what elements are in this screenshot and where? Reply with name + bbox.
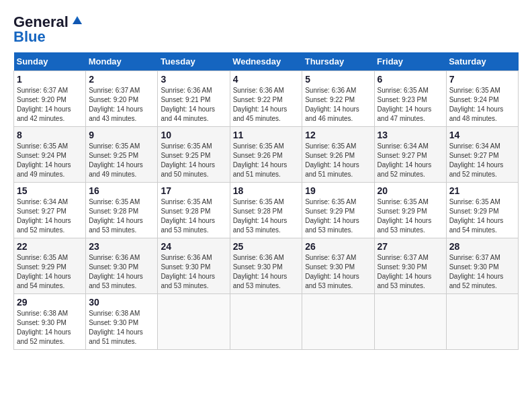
day-number: 9	[89, 130, 154, 140]
day-number: 7	[449, 74, 515, 85]
day-number: 15	[17, 185, 83, 196]
day-number: 20	[378, 185, 443, 196]
day-number: 10	[161, 130, 226, 140]
day-cell-18: 18 Sunrise: 6:35 AMSunset: 9:28 PMDaylig…	[230, 183, 302, 238]
empty-cell	[302, 294, 374, 350]
day-number: 1	[17, 74, 83, 85]
day-number: 4	[233, 74, 300, 85]
day-cell-17: 17 Sunrise: 6:35 AMSunset: 9:28 PMDaylig…	[158, 183, 230, 238]
day-info: Sunrise: 6:35 AMSunset: 9:29 PMDaylight:…	[449, 198, 504, 234]
day-info: Sunrise: 6:34 AMSunset: 9:27 PMDaylight:…	[378, 142, 432, 178]
day-number: 5	[305, 74, 371, 85]
day-number: 14	[449, 130, 515, 140]
day-cell-23: 23 Sunrise: 6:36 AMSunset: 9:30 PMDaylig…	[86, 238, 158, 294]
day-cell-26: 26 Sunrise: 6:37 AMSunset: 9:30 PMDaylig…	[302, 238, 374, 294]
day-number: 6	[378, 74, 443, 85]
day-info: Sunrise: 6:35 AMSunset: 9:29 PMDaylight:…	[378, 198, 432, 234]
logo-blue-text: Blue	[13, 28, 46, 46]
day-number: 23	[89, 241, 154, 252]
day-info: Sunrise: 6:35 AMSunset: 9:28 PMDaylight:…	[89, 198, 143, 234]
day-info: Sunrise: 6:36 AMSunset: 9:30 PMDaylight:…	[161, 254, 215, 289]
day-number: 19	[305, 185, 371, 196]
empty-cell	[446, 294, 518, 350]
day-info: Sunrise: 6:35 AMSunset: 9:25 PMDaylight:…	[89, 142, 143, 178]
svg-marker-1	[73, 19, 82, 24]
day-cell-16: 16 Sunrise: 6:35 AMSunset: 9:28 PMDaylig…	[86, 183, 158, 238]
day-info: Sunrise: 6:35 AMSunset: 9:29 PMDaylight:…	[305, 198, 359, 234]
day-cell-4: 4 Sunrise: 6:36 AMSunset: 9:22 PMDayligh…	[230, 71, 302, 127]
day-cell-10: 10 Sunrise: 6:35 AMSunset: 9:25 PMDaylig…	[158, 127, 230, 183]
day-cell-22: 22 Sunrise: 6:35 AMSunset: 9:29 PMDaylig…	[14, 238, 86, 294]
day-cell-11: 11 Sunrise: 6:35 AMSunset: 9:26 PMDaylig…	[230, 127, 302, 183]
weekday-header-row: SundayMondayTuesdayWednesdayThursdayFrid…	[14, 52, 519, 71]
day-cell-19: 19 Sunrise: 6:35 AMSunset: 9:29 PMDaylig…	[302, 183, 374, 238]
day-cell-30: 30 Sunrise: 6:38 AMSunset: 9:30 PMDaylig…	[86, 294, 158, 350]
day-cell-6: 6 Sunrise: 6:35 AMSunset: 9:23 PMDayligh…	[374, 71, 446, 127]
day-info: Sunrise: 6:35 AMSunset: 9:25 PMDaylight:…	[161, 142, 215, 178]
week-row-1: 1 Sunrise: 6:37 AMSunset: 9:20 PMDayligh…	[14, 71, 519, 127]
weekday-header-monday: Monday	[86, 52, 158, 71]
day-number: 16	[89, 185, 154, 196]
day-info: Sunrise: 6:35 AMSunset: 9:26 PMDaylight:…	[305, 142, 359, 178]
week-row-2: 8 Sunrise: 6:35 AMSunset: 9:24 PMDayligh…	[14, 127, 519, 183]
empty-cell	[374, 294, 446, 350]
day-cell-24: 24 Sunrise: 6:36 AMSunset: 9:30 PMDaylig…	[158, 238, 230, 294]
empty-cell	[158, 294, 230, 350]
day-number: 29	[17, 297, 83, 308]
day-cell-29: 29 Sunrise: 6:38 AMSunset: 9:30 PMDaylig…	[14, 294, 86, 350]
empty-cell	[230, 294, 302, 350]
day-number: 26	[305, 241, 371, 252]
day-number: 2	[89, 74, 154, 85]
day-cell-9: 9 Sunrise: 6:35 AMSunset: 9:25 PMDayligh…	[86, 127, 158, 183]
header: General Blue	[13, 13, 519, 46]
day-cell-15: 15 Sunrise: 6:34 AMSunset: 9:27 PMDaylig…	[14, 183, 86, 238]
week-row-4: 22 Sunrise: 6:35 AMSunset: 9:29 PMDaylig…	[14, 238, 519, 294]
logo-icon	[71, 15, 83, 27]
logo: General Blue	[13, 13, 83, 46]
day-info: Sunrise: 6:38 AMSunset: 9:30 PMDaylight:…	[17, 310, 71, 345]
day-info: Sunrise: 6:37 AMSunset: 9:30 PMDaylight:…	[378, 254, 432, 289]
weekday-header-sunday: Sunday	[14, 52, 86, 71]
weekday-header-wednesday: Wednesday	[230, 52, 302, 71]
day-cell-1: 1 Sunrise: 6:37 AMSunset: 9:20 PMDayligh…	[14, 71, 86, 127]
day-cell-14: 14 Sunrise: 6:34 AMSunset: 9:27 PMDaylig…	[446, 127, 518, 183]
day-info: Sunrise: 6:37 AMSunset: 9:30 PMDaylight:…	[449, 254, 504, 289]
day-info: Sunrise: 6:36 AMSunset: 9:30 PMDaylight:…	[89, 254, 143, 289]
day-cell-20: 20 Sunrise: 6:35 AMSunset: 9:29 PMDaylig…	[374, 183, 446, 238]
day-number: 27	[378, 241, 443, 252]
day-number: 24	[161, 241, 226, 252]
day-info: Sunrise: 6:37 AMSunset: 9:20 PMDaylight:…	[89, 87, 143, 122]
day-number: 18	[233, 185, 300, 196]
day-info: Sunrise: 6:35 AMSunset: 9:29 PMDaylight:…	[17, 254, 71, 289]
day-info: Sunrise: 6:34 AMSunset: 9:27 PMDaylight:…	[449, 142, 504, 178]
weekday-header-friday: Friday	[374, 52, 446, 71]
day-info: Sunrise: 6:36 AMSunset: 9:22 PMDaylight:…	[305, 87, 359, 122]
day-cell-27: 27 Sunrise: 6:37 AMSunset: 9:30 PMDaylig…	[374, 238, 446, 294]
day-info: Sunrise: 6:35 AMSunset: 9:24 PMDaylight:…	[17, 142, 71, 178]
day-info: Sunrise: 6:38 AMSunset: 9:30 PMDaylight:…	[89, 310, 143, 345]
day-cell-7: 7 Sunrise: 6:35 AMSunset: 9:24 PMDayligh…	[446, 71, 518, 127]
day-info: Sunrise: 6:35 AMSunset: 9:23 PMDaylight:…	[378, 87, 432, 122]
day-info: Sunrise: 6:36 AMSunset: 9:22 PMDaylight:…	[233, 87, 287, 122]
day-cell-8: 8 Sunrise: 6:35 AMSunset: 9:24 PMDayligh…	[14, 127, 86, 183]
day-info: Sunrise: 6:36 AMSunset: 9:21 PMDaylight:…	[161, 87, 215, 122]
day-info: Sunrise: 6:37 AMSunset: 9:30 PMDaylight:…	[305, 254, 359, 289]
day-cell-12: 12 Sunrise: 6:35 AMSunset: 9:26 PMDaylig…	[302, 127, 374, 183]
day-number: 11	[233, 130, 300, 140]
day-cell-25: 25 Sunrise: 6:36 AMSunset: 9:30 PMDaylig…	[230, 238, 302, 294]
day-info: Sunrise: 6:35 AMSunset: 9:28 PMDaylight:…	[233, 198, 287, 234]
calendar-table: SundayMondayTuesdayWednesdayThursdayFrid…	[13, 52, 519, 350]
day-info: Sunrise: 6:34 AMSunset: 9:27 PMDaylight:…	[17, 198, 71, 234]
day-cell-3: 3 Sunrise: 6:36 AMSunset: 9:21 PMDayligh…	[158, 71, 230, 127]
weekday-header-tuesday: Tuesday	[158, 52, 230, 71]
week-row-5: 29 Sunrise: 6:38 AMSunset: 9:30 PMDaylig…	[14, 294, 519, 350]
day-number: 17	[161, 185, 226, 196]
day-number: 8	[17, 130, 83, 140]
day-number: 30	[89, 297, 154, 308]
day-info: Sunrise: 6:36 AMSunset: 9:30 PMDaylight:…	[233, 254, 287, 289]
day-info: Sunrise: 6:35 AMSunset: 9:24 PMDaylight:…	[449, 87, 504, 122]
weekday-header-thursday: Thursday	[302, 52, 374, 71]
day-number: 21	[449, 185, 515, 196]
day-number: 28	[449, 241, 515, 252]
day-number: 25	[233, 241, 300, 252]
